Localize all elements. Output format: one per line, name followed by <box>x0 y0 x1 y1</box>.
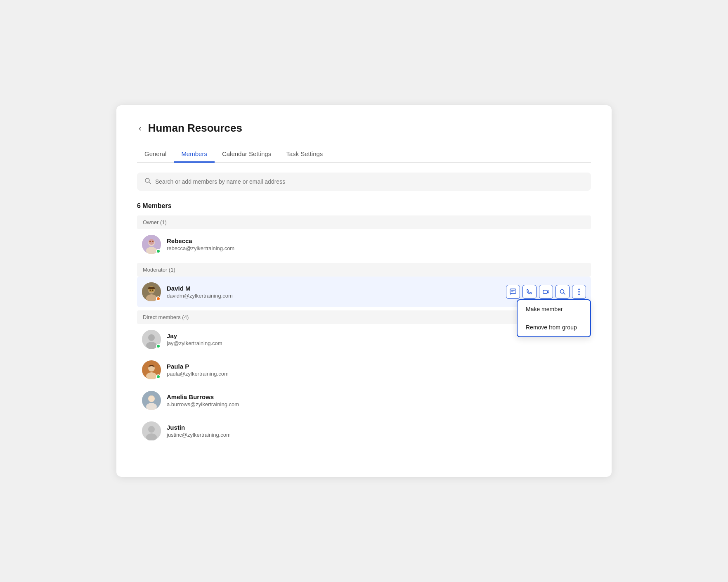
member-email-david: davidm@zylkertraining.com <box>167 293 506 299</box>
back-icon: ‹ <box>139 123 142 133</box>
moderator-section: Moderator (1) David M davidm@zylkertrain… <box>137 263 591 307</box>
member-info-amelia: Amelia Burrows a.burrows@zylkertraining.… <box>167 393 586 407</box>
tab-general[interactable]: General <box>137 146 174 163</box>
member-email-paula: paula@zylkertraining.com <box>167 371 586 377</box>
search-button-david[interactable] <box>555 285 570 299</box>
owner-section: Owner (1) Rebecca rebecca@zylkertraining… <box>137 215 591 260</box>
search-icon <box>144 177 151 186</box>
status-dot-paula <box>156 374 161 379</box>
svg-point-34 <box>148 426 155 433</box>
member-info-david: David M davidm@zylkertraining.com <box>167 285 506 299</box>
svg-rect-18 <box>543 290 547 293</box>
avatar-amelia <box>142 391 161 410</box>
member-email-justin: justinc@zylkertraining.com <box>167 432 586 438</box>
svg-line-1 <box>149 182 151 184</box>
chat-button-david[interactable] <box>506 285 520 299</box>
search-bar <box>137 173 591 191</box>
moderator-section-header: Moderator (1) <box>137 263 591 277</box>
tab-task-settings[interactable]: Task Settings <box>279 146 330 163</box>
svg-point-22 <box>578 291 580 293</box>
members-count: 6 Members <box>137 202 591 210</box>
member-email-jay: jay@zylkertraining.com <box>167 340 586 346</box>
app-container: ‹ Human Resources General Members Calend… <box>116 105 612 477</box>
video-button-david[interactable] <box>539 285 553 299</box>
tab-members[interactable]: Members <box>174 146 215 163</box>
dropdown-make-member[interactable]: Make member <box>518 300 590 318</box>
svg-point-7 <box>152 241 154 242</box>
avatar-jay <box>142 330 161 349</box>
avatar-david <box>142 282 161 301</box>
member-name-rebecca: Rebecca <box>167 237 586 244</box>
avatar-justin <box>142 421 161 440</box>
member-email-amelia: a.burrows@zylkertraining.com <box>167 401 586 407</box>
svg-point-6 <box>149 241 151 242</box>
member-info-paula: Paula P paula@zylkertraining.com <box>167 363 586 377</box>
tabs-bar: General Members Calendar Settings Task S… <box>137 146 591 163</box>
owner-section-header: Owner (1) <box>137 215 591 229</box>
svg-point-5 <box>149 239 154 245</box>
member-info-justin: Justin justinc@zylkertraining.com <box>167 424 586 438</box>
svg-point-21 <box>578 289 580 290</box>
svg-point-23 <box>578 293 580 295</box>
svg-point-25 <box>148 334 155 341</box>
status-dot-rebecca <box>156 249 161 253</box>
avatar-rebecca <box>142 235 161 254</box>
avatar-paula <box>142 360 161 379</box>
svg-rect-15 <box>510 289 516 293</box>
search-input[interactable] <box>155 178 584 185</box>
david-action-icons <box>506 285 586 299</box>
chat-icon <box>510 289 516 295</box>
status-dot-jay <box>156 344 161 348</box>
more-button-david[interactable] <box>572 285 586 299</box>
svg-point-31 <box>148 395 155 402</box>
member-name-justin: Justin <box>167 424 586 431</box>
dropdown-remove-from-group[interactable]: Remove from group <box>518 318 590 336</box>
search-icon-david <box>559 289 566 295</box>
member-row-david: David M davidm@zylkertraining.com <box>137 277 591 307</box>
page-title: Human Resources <box>148 122 242 135</box>
member-row-rebecca: Rebecca rebecca@zylkertraining.com <box>137 229 591 260</box>
member-row-amelia: Amelia Burrows a.burrows@zylkertraining.… <box>137 385 591 416</box>
header: ‹ Human Resources <box>137 122 591 135</box>
member-email-rebecca: rebecca@zylkertraining.com <box>167 245 586 251</box>
member-row-justin: Justin justinc@zylkertraining.com <box>137 416 591 446</box>
dropdown-menu: Make member Remove from group <box>517 299 591 337</box>
member-name-paula: Paula P <box>167 363 586 370</box>
avatar-amelia-image <box>142 391 161 410</box>
phone-icon <box>526 289 533 295</box>
svg-point-14 <box>152 290 154 291</box>
member-name-amelia: Amelia Burrows <box>167 393 586 400</box>
svg-rect-12 <box>148 287 155 289</box>
svg-line-20 <box>564 293 565 295</box>
avatar-justin-image <box>142 421 161 440</box>
svg-point-13 <box>150 290 151 291</box>
back-button[interactable]: ‹ <box>137 122 143 135</box>
member-info-rebecca: Rebecca rebecca@zylkertraining.com <box>167 237 586 251</box>
phone-button-david[interactable] <box>522 285 537 299</box>
status-dot-david <box>156 296 161 301</box>
video-icon <box>543 289 549 295</box>
member-row-paula: Paula P paula@zylkertraining.com <box>137 355 591 385</box>
more-dots-icon <box>578 288 580 296</box>
member-name-david: David M <box>167 285 506 292</box>
tab-calendar-settings[interactable]: Calendar Settings <box>215 146 279 163</box>
